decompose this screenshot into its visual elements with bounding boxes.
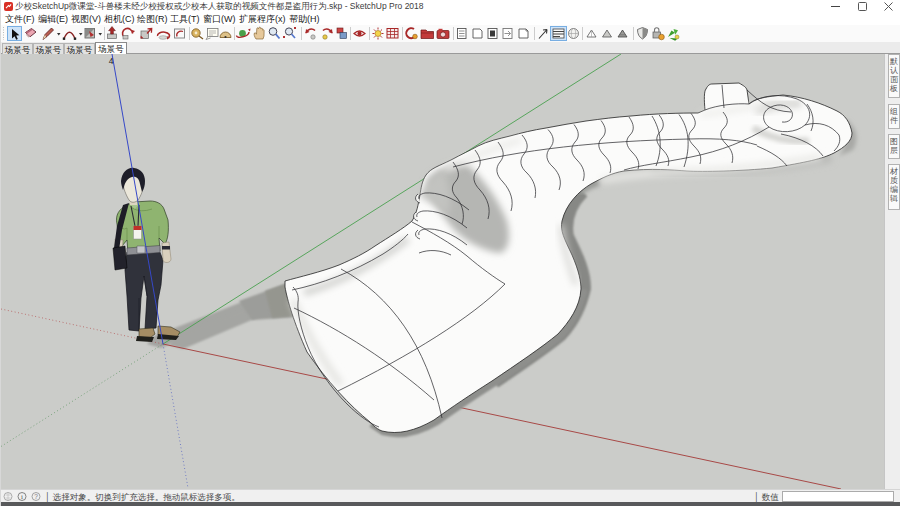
svg-text:?: ?: [34, 493, 38, 500]
svg-text:i: i: [21, 493, 23, 501]
